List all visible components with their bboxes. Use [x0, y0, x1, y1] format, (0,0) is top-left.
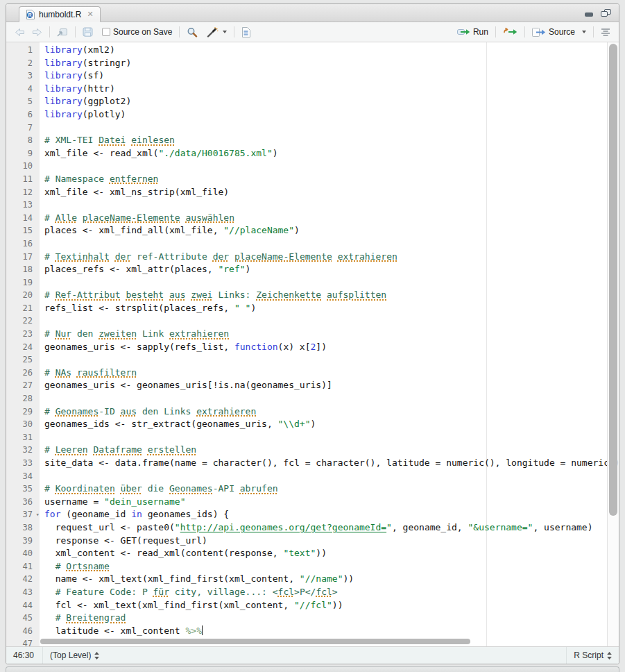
rerun-button[interactable]: [501, 26, 520, 37]
code-line: 7: [6, 121, 619, 135]
find-replace-button[interactable]: [185, 26, 200, 39]
compile-report-button[interactable]: [239, 26, 252, 39]
code-line: 36username = "dein_username": [6, 496, 619, 509]
source-caret-icon: [582, 31, 586, 33]
back-button[interactable]: [12, 26, 25, 38]
line-number: 1: [6, 44, 40, 57]
code-text: # NAs rausfiltern: [40, 367, 137, 380]
code-text: geonames_uris <- sapply(refs_list, funct…: [40, 341, 327, 354]
forward-button[interactable]: [30, 26, 44, 38]
code-text: site_data <- data.frame(name = character…: [40, 457, 619, 470]
maximize-restore-icon[interactable]: [601, 9, 612, 17]
code-line: 40 xml_content <- read_xml(content(respo…: [6, 547, 619, 560]
line-number: 17: [6, 251, 40, 264]
open-in-new-window-button[interactable]: [55, 26, 70, 38]
line-number: 38: [6, 521, 40, 535]
line-number: 8: [6, 134, 40, 147]
source-on-save-toggle[interactable]: Source on Save: [100, 26, 174, 38]
code-text: [40, 431, 44, 444]
line-number: 47: [6, 637, 40, 646]
fold-arrow-icon[interactable]: ▾: [36, 508, 40, 521]
line-number: 36: [6, 496, 40, 509]
code-text: # Breitengrad: [40, 612, 126, 625]
updown-arrows-icon: [94, 652, 99, 660]
code-tools-caret-icon: [223, 31, 227, 33]
source-on-save-checkbox[interactable]: [102, 28, 110, 36]
r-script-file-icon: R: [26, 10, 35, 19]
source-on-save-label: Source on Save: [113, 27, 172, 37]
code-line: 4library(httr): [6, 83, 619, 96]
line-number: 42: [6, 573, 40, 586]
code-line: 39 response <- GET(request_url): [6, 535, 619, 548]
scope-selector[interactable]: (Top Level): [42, 647, 106, 664]
run-icon: [457, 28, 470, 36]
code-line: 15places <- xml_find_all(xml_file, "//pl…: [6, 224, 619, 237]
line-number: 45: [6, 612, 40, 625]
code-line: 42 name <- xml_text(xml_find_first(xml_c…: [6, 573, 619, 586]
code-text: xml_file <- read_xml("./data/H0016785.xm…: [40, 147, 278, 160]
code-line: 31: [6, 431, 619, 444]
line-number: 15: [6, 224, 40, 237]
line-number: 44: [6, 599, 40, 612]
text-cursor: [202, 625, 203, 635]
rerun-icon: [503, 28, 517, 36]
line-number: 3: [6, 69, 40, 83]
file-type-selector[interactable]: R Script: [566, 647, 619, 664]
code-line: 8# XML-TEI Datei einlesen: [6, 134, 619, 147]
vertical-scrollbar-thumb[interactable]: [609, 44, 617, 516]
code-editor[interactable]: 1library(xml2)2library(stringr)3library(…: [6, 42, 619, 646]
code-text: response <- GET(request_url): [40, 535, 207, 548]
scope-label: (Top Level): [50, 650, 91, 660]
file-type-label: R Script: [574, 650, 603, 660]
tab-close-icon[interactable]: ✕: [87, 10, 93, 18]
code-line: 11# Namespace entfernen: [6, 173, 619, 186]
code-text: # Koordinaten über die Geonames-API abru…: [40, 482, 278, 496]
code-line: 30geonames_ids <- str_extract(geonames_u…: [6, 418, 619, 431]
code-line: 34: [6, 470, 619, 483]
code-text: # Textinhalt der ref-Attribute der place…: [40, 251, 397, 264]
code-text: # Nur den zweiten Link extrahieren: [40, 328, 229, 341]
console-pane-top-edge[interactable]: [6, 666, 619, 672]
run-button[interactable]: Run: [455, 26, 490, 38]
code-line: 3library(sf): [6, 69, 619, 83]
code-line: 5library(ggplot2): [6, 95, 619, 108]
tab-humboldt-r[interactable]: R humboldt.R ✕: [19, 6, 101, 22]
code-line: 12xml_file <- xml_ns_strip(xml_file): [6, 186, 619, 199]
line-number: 11: [6, 173, 40, 186]
line-number: 23: [6, 328, 40, 341]
code-line: 18places_refs <- xml_attr(places, "ref"): [6, 263, 619, 276]
line-number: 39: [6, 535, 40, 548]
code-text: [40, 199, 44, 212]
code-line: 1library(xml2): [6, 44, 619, 57]
line-number: 25: [6, 353, 40, 367]
code-line: 35# Koordinaten über die Geonames-API ab…: [6, 482, 619, 496]
code-text: name <- xml_text(xml_find_first(xml_cont…: [40, 573, 354, 586]
minimize-pane-icon[interactable]: [584, 10, 594, 17]
code-text: # Namespace entfernen: [40, 173, 158, 186]
save-button[interactable]: [80, 26, 95, 38]
code-line: 13: [6, 199, 619, 212]
code-line: 28: [6, 392, 619, 405]
line-number: 22: [6, 314, 40, 328]
line-number: 10: [6, 160, 40, 173]
svg-text:R: R: [28, 12, 31, 17]
source-button[interactable]: Source: [530, 26, 588, 38]
line-number: 9: [6, 147, 40, 160]
document-outline-button[interactable]: [599, 26, 613, 37]
code-line: 23# Nur den zweiten Link extrahieren: [6, 328, 619, 341]
horizontal-scrollbar[interactable]: [40, 639, 470, 644]
code-text: # Feature Code: P für city, village...: …: [40, 586, 338, 599]
code-line: 32# Leeren Dataframe erstellen: [6, 444, 619, 457]
source-icon: [532, 28, 546, 37]
code-text: [40, 392, 44, 405]
vertical-scrollbar-track[interactable]: [607, 42, 619, 646]
line-number: 27: [6, 379, 40, 392]
code-text: xml_content <- read_xml(content(response…: [40, 547, 327, 560]
code-text: library(httr): [40, 83, 115, 96]
line-number: 43: [6, 586, 40, 599]
line-number: 4: [6, 83, 40, 96]
code-tools-button[interactable]: [205, 26, 229, 39]
tab-label: humboldt.R: [39, 10, 81, 19]
code-text: library(ggplot2): [40, 95, 131, 108]
line-number: 33: [6, 457, 40, 470]
